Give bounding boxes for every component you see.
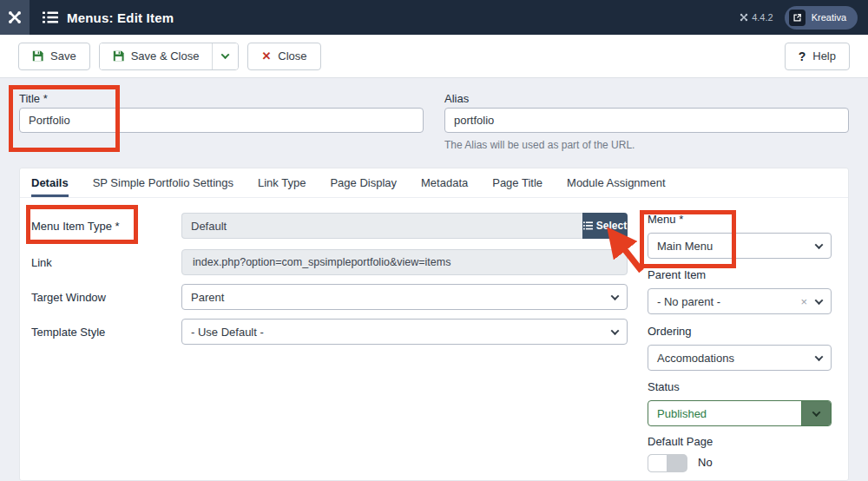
parent-item-select[interactable]: - No parent - × xyxy=(648,288,832,314)
tab-metadata[interactable]: Metadata xyxy=(421,168,468,197)
select-button-label: Select xyxy=(596,220,627,232)
save-button[interactable]: Save xyxy=(18,43,90,70)
page-title: Menus: Edit Item xyxy=(67,10,174,25)
clear-selection-icon[interactable]: × xyxy=(800,295,816,308)
target-window-label: Target Window xyxy=(31,291,174,304)
chevron-down-icon xyxy=(815,296,824,305)
tab-page-title[interactable]: Page Title xyxy=(492,168,542,197)
tab-sp-simple-portfolio-settings[interactable]: SP Simple Portfolio Settings xyxy=(93,168,233,197)
chevron-down-icon xyxy=(221,50,230,59)
chevron-down-icon xyxy=(812,408,821,417)
tab-bar: Details SP Simple Portfolio Settings Lin… xyxy=(20,168,848,198)
chevron-down-icon xyxy=(611,292,620,300)
title-label: Title * xyxy=(19,92,48,105)
tab-page-display[interactable]: Page Display xyxy=(330,168,397,197)
target-window-value: Parent xyxy=(191,291,224,304)
title-alias-section: Title * Alias The Alias will be used as … xyxy=(0,78,868,168)
chevron-down-icon xyxy=(611,326,620,335)
edit-item-panel: Details SP Simple Portfolio Settings Lin… xyxy=(19,168,849,481)
joomla-admin-screen: Menus: Edit Item 4.4.2 xyxy=(0,0,868,481)
default-page-label: Default Page xyxy=(648,435,713,448)
save-label: Save xyxy=(50,49,76,63)
template-style-value: - Use Default - xyxy=(191,326,264,339)
default-page-toggle[interactable] xyxy=(648,454,687,472)
account-button[interactable]: Kreativa xyxy=(785,6,858,30)
menu-value: Main Menu xyxy=(657,240,713,253)
close-button[interactable]: ✕ Close xyxy=(247,43,320,70)
close-icon: ✕ xyxy=(261,50,271,62)
save-icon xyxy=(32,50,43,62)
title-input[interactable] xyxy=(19,108,424,133)
joomla-logo[interactable] xyxy=(0,0,30,35)
menu-item-type-label: Menu Item Type * xyxy=(31,220,174,233)
ordering-value: Accomodations xyxy=(657,352,734,365)
joomla-logo-icon xyxy=(7,10,23,25)
target-window-select[interactable]: Parent xyxy=(181,284,628,310)
status-caret-box xyxy=(801,401,831,425)
top-header-bar: Menus: Edit Item 4.4.2 xyxy=(0,0,868,35)
action-toolbar: Save Save & Close ✕ Close ? Help xyxy=(0,35,868,78)
toggle-knob xyxy=(648,454,667,472)
joomla-version: 4.4.2 xyxy=(740,12,773,23)
list-icon xyxy=(583,221,593,230)
account-name: Kreativa xyxy=(812,12,846,23)
parent-item-value: - No parent - xyxy=(657,295,720,308)
chevron-down-icon xyxy=(815,353,824,361)
save-close-label: Save & Close xyxy=(131,49,200,63)
status-label: Status xyxy=(648,380,680,393)
alias-input[interactable] xyxy=(444,108,849,133)
parent-item-label: Parent Item xyxy=(648,268,706,281)
ordering-select[interactable]: Accomodations xyxy=(648,345,832,371)
link-input xyxy=(181,249,628,275)
close-label: Close xyxy=(278,49,306,63)
menu-label: Menu * xyxy=(648,213,683,226)
alias-label: Alias xyxy=(444,92,469,105)
default-page-value: No xyxy=(698,456,713,469)
template-style-select[interactable]: - Use Default - xyxy=(181,319,628,345)
external-link-icon xyxy=(789,10,806,26)
save-close-button[interactable]: Save & Close xyxy=(100,43,213,69)
status-value: Published xyxy=(648,407,707,420)
menu-item-type-input xyxy=(181,213,582,239)
menu-list-icon xyxy=(43,11,58,23)
joomla-mini-icon xyxy=(740,13,748,22)
menu-item-type-select-button[interactable]: Select xyxy=(582,213,628,239)
save-icon xyxy=(113,50,124,62)
chevron-down-icon xyxy=(815,240,824,249)
menu-item-type-field: Select xyxy=(181,213,628,239)
save-options-dropdown-button[interactable] xyxy=(212,43,238,69)
tab-module-assignment[interactable]: Module Assignment xyxy=(567,168,665,197)
link-label: Link xyxy=(31,256,174,269)
save-close-button-group: Save & Close xyxy=(99,43,240,70)
tab-details[interactable]: Details xyxy=(31,168,69,197)
help-label: Help xyxy=(812,49,836,63)
alias-help-text: The Alias will be used as part of the UR… xyxy=(444,139,635,151)
ordering-label: Ordering xyxy=(648,325,692,338)
template-style-label: Template Style xyxy=(31,326,174,339)
tab-link-type[interactable]: Link Type xyxy=(258,168,306,197)
help-button[interactable]: ? Help xyxy=(785,43,850,70)
status-select[interactable]: Published xyxy=(648,400,832,426)
menu-select[interactable]: Main Menu xyxy=(648,233,832,259)
version-number: 4.4.2 xyxy=(752,12,773,23)
question-mark-icon: ? xyxy=(799,50,806,63)
